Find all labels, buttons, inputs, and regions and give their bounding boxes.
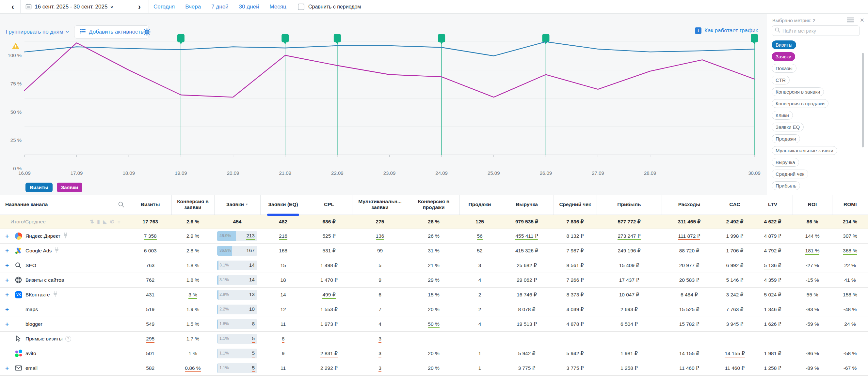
metric-chip[interactable]: Прибыль	[772, 181, 800, 190]
table-row[interactable]: Прямые визиты?2951.7 %1.1%583	[0, 331, 868, 346]
channel-name-cell[interactable]: Итого/Среднее⇅▮◣✆≡	[0, 214, 129, 229]
value-cell[interactable]: 181 %	[793, 243, 832, 258]
value-cell[interactable]: 56	[460, 229, 500, 243]
value-cell[interactable]: 14 155 ₽	[717, 346, 753, 361]
metric-chip[interactable]: CTR	[772, 76, 789, 84]
value-cell[interactable]: 368 %	[832, 243, 868, 258]
bar-value[interactable]: 213	[246, 233, 255, 240]
value-cell[interactable]: 3 %	[172, 287, 214, 302]
date-range-picker[interactable]: 16 сент. 2025 - 30 сент. 2025 ∨	[26, 0, 113, 14]
metrics-list-icon[interactable]	[847, 17, 854, 24]
value-cell[interactable]: 50 %	[408, 317, 460, 331]
table-total-row[interactable]: Итого/Среднее⇅▮◣✆≡17 7632.6 %454482686 ₽…	[0, 214, 868, 229]
expand-row-button[interactable]: +	[5, 320, 15, 328]
metric-chip[interactable]: Конверсия в заявки	[772, 88, 824, 96]
total-row-icons[interactable]: ⇅▮◣✆≡	[90, 215, 121, 229]
channel-name-cell[interactable]: +Визиты с сайтов	[0, 273, 129, 287]
column-header[interactable]: Мультиканальн... заявки	[352, 195, 408, 214]
line-chart[interactable]	[0, 14, 764, 181]
close-icon[interactable]: ×	[859, 17, 866, 24]
channel-name-cell[interactable]: +maps	[0, 302, 129, 317]
column-header[interactable]: Выручка	[500, 195, 554, 214]
panel-scrollbar[interactable]	[862, 53, 864, 147]
bar-value[interactable]: 5	[252, 365, 255, 372]
expand-row-button[interactable]: +	[5, 233, 15, 240]
metric-chip[interactable]: Показы	[772, 64, 797, 73]
channel-name-cell[interactable]: avito	[0, 346, 129, 361]
help-icon[interactable]: ?	[65, 336, 71, 342]
value-cell[interactable]: 295	[129, 331, 172, 346]
metric-chip[interactable]: Выручка	[772, 158, 799, 167]
prev-period-button[interactable]: ‹	[6, 0, 20, 14]
table-row[interactable]: avito5011 %1.1%592 831 ₽320 %15 942 ₽5 9…	[0, 346, 868, 361]
column-header[interactable]: Прибыль	[597, 195, 661, 214]
period-link-30days[interactable]: 30 дней	[239, 4, 259, 10]
value-cell[interactable]: 455 411 ₽	[500, 229, 554, 243]
channel-name-cell[interactable]: +Google Ads	[0, 243, 129, 258]
expand-row-button[interactable]: +	[5, 365, 15, 372]
value-cell[interactable]: 3	[352, 346, 408, 361]
expand-row-button[interactable]: +	[5, 291, 15, 298]
value-cell[interactable]: 499 ₽	[306, 287, 352, 302]
period-link-month[interactable]: Месяц	[270, 4, 286, 10]
table-row[interactable]: +blogger5491.5 %1.8%8111 973 ₽450 %419 5…	[0, 317, 868, 331]
column-header[interactable]: Средний чек	[554, 195, 597, 214]
column-header[interactable]: LTV	[753, 195, 793, 214]
legend-chip[interactable]: Заявки	[57, 183, 82, 192]
table-row[interactable]: +SEO7631.8 %3.1%14151 498 ₽521 %325 682 …	[0, 258, 868, 273]
column-header[interactable]: CPL	[306, 195, 352, 214]
channel-name-cell[interactable]: +VKВКонтакте	[0, 287, 129, 302]
column-header[interactable]: Визиты	[129, 195, 172, 214]
value-cell[interactable]: 3	[352, 331, 408, 346]
value-cell[interactable]: 273 247 ₽	[597, 229, 661, 243]
channel-name-cell[interactable]: +email	[0, 361, 129, 375]
column-header[interactable]: Продажи	[460, 195, 500, 214]
channel-name-cell[interactable]: +SEO	[0, 258, 129, 273]
period-link-yesterday[interactable]: Вчера	[185, 4, 201, 10]
column-header[interactable]: ROI	[793, 195, 832, 214]
table-row[interactable]: +maps5191.9 %2.2%10121 553 ₽720 %28 078 …	[0, 302, 868, 317]
metric-chip[interactable]: Клики	[772, 111, 793, 120]
table-row[interactable]: +Яндекс.Директ7 3582.9 %46.9%213216525 ₽…	[0, 229, 868, 243]
bar-value[interactable]: 5	[252, 336, 255, 343]
table-row[interactable]: +Визиты с сайтов7621.8 %3.1%14181 470 ₽9…	[0, 273, 868, 287]
table-row[interactable]: +email5820.86 %1.1%5112 292 ₽320 %13 775…	[0, 361, 868, 375]
bar-value[interactable]: 5	[252, 350, 255, 357]
channel-name-cell[interactable]: +Яндекс.Директ	[0, 229, 129, 243]
column-header-channel-name[interactable]: Название канала	[0, 195, 129, 214]
search-icon[interactable]	[118, 202, 124, 209]
column-header[interactable]: Заявки (EQ)	[260, 195, 306, 214]
expand-row-button[interactable]: +	[5, 306, 15, 313]
value-cell[interactable]: 3	[352, 361, 408, 375]
period-link-today[interactable]: Сегодня	[154, 4, 175, 10]
period-link-7days[interactable]: 7 дней	[211, 4, 228, 10]
expand-row-button[interactable]: +	[5, 277, 15, 284]
metric-chip[interactable]: Заявки	[772, 52, 795, 61]
value-cell[interactable]: 5 136 ₽	[753, 258, 793, 273]
metric-chip[interactable]: Конверсия в продажи	[772, 99, 829, 108]
legend-chip[interactable]: Визиты	[26, 183, 53, 192]
expand-row-button[interactable]: +	[5, 262, 15, 269]
metric-chip[interactable]: Заявки EQ	[772, 123, 804, 131]
value-cell[interactable]: 136	[352, 229, 408, 243]
channel-name-cell[interactable]: +blogger	[0, 317, 129, 331]
metric-chip[interactable]: Продажи	[772, 134, 800, 143]
column-header[interactable]: Заявки▼	[214, 195, 260, 214]
value-cell[interactable]: 7 358	[129, 229, 172, 243]
value-cell[interactable]: 0.86 %	[172, 361, 214, 375]
next-period-button[interactable]: ›	[132, 0, 146, 14]
column-header[interactable]: ROMI	[832, 195, 868, 214]
value-cell[interactable]: 8	[260, 331, 306, 346]
column-header[interactable]: CAC	[717, 195, 753, 214]
metric-search-input[interactable]	[782, 28, 854, 34]
table-row[interactable]: +Google Ads6 0032.8 %36.8%167168531 ₽993…	[0, 243, 868, 258]
column-header[interactable]: Конверсия в заявки	[172, 195, 214, 214]
value-cell[interactable]: 216	[260, 229, 306, 243]
metric-chip[interactable]: Мультиканальные заявки	[772, 146, 837, 155]
channel-name-cell[interactable]: Прямые визиты?	[0, 331, 129, 346]
value-cell[interactable]: 2 831 ₽	[306, 346, 352, 361]
value-cell[interactable]: 111 872 ₽	[661, 229, 717, 243]
metric-chip[interactable]: Визиты	[772, 40, 796, 49]
expand-row-button[interactable]: +	[5, 247, 15, 254]
table-row[interactable]: +VKВКонтакте4313 %2.9%1314499 ₽615 %216 …	[0, 287, 868, 302]
